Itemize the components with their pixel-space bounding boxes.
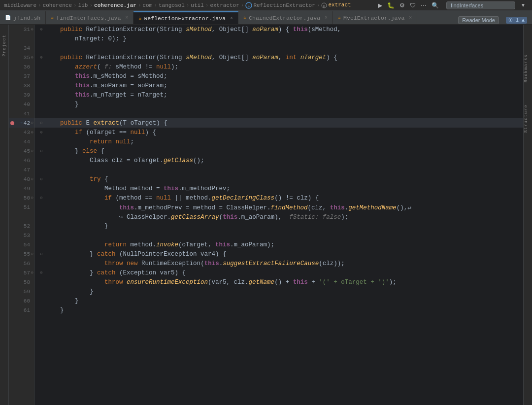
- find-dropdown[interactable]: ▼: [518, 1, 528, 9]
- coverage-button[interactable]: 🛡: [407, 1, 418, 10]
- line-number: 44: [9, 137, 34, 146]
- code-line: this.m_methodPrev = method = ClassHelper…: [34, 202, 523, 212]
- fold-icon[interactable]: ⊖: [31, 176, 33, 182]
- tab-ReflectionExtractor[interactable]: ☕ ReflectionExtractor.java ×: [133, 11, 238, 24]
- line-number: 55⊖: [9, 249, 34, 259]
- search-button[interactable]: 🔍: [429, 1, 441, 10]
- line-text: public ReflectionExtractor(String sMetho…: [45, 54, 337, 61]
- code-editor[interactable]: ⊖ public ReflectionExtractor(String sMet…: [34, 25, 523, 405]
- line-text: nTarget: 0); }: [45, 35, 127, 42]
- code-fold-icon[interactable]: ⊖: [40, 55, 42, 60]
- code-fold-icon[interactable]: ⊖: [40, 148, 42, 154]
- line-number: 53: [9, 231, 34, 240]
- more-button[interactable]: ⋯: [418, 1, 429, 10]
- code-fold-icon[interactable]: ⊖: [40, 251, 42, 257]
- line-number: 38: [9, 81, 34, 90]
- code-fold-icon[interactable]: ⊖: [40, 270, 42, 275]
- breadcrumb-sep: ›: [73, 2, 77, 8]
- code-fold-icon[interactable]: ⊖: [40, 195, 42, 201]
- breakpoint-indicator[interactable]: [10, 121, 14, 125]
- fold-gutter: ⊖: [37, 251, 45, 257]
- line-text: } catch (NullPointerException var4) {: [45, 251, 227, 258]
- side-panel-left: Project: [0, 25, 9, 405]
- tab-close-findInterfaces[interactable]: ×: [125, 15, 128, 21]
- bookmarks-label[interactable]: Bookmarks: [524, 54, 529, 83]
- line-number: 52: [9, 221, 34, 231]
- code-line: throw new RuntimeException(this.suggestE…: [34, 259, 523, 268]
- line-number: 43⊖: [9, 128, 34, 137]
- fold-icon[interactable]: ⊖: [31, 130, 33, 135]
- breadcrumb-item[interactable]: mextract: [321, 2, 351, 8]
- code-line: ⊖ } catch (Exception var5) {: [34, 268, 523, 277]
- debug-button[interactable]: 🐛: [385, 1, 397, 10]
- code-line: ⊖ public E extract(T oTarget) {: [34, 118, 523, 128]
- reader-mode-button[interactable]: Reader Mode: [458, 16, 499, 24]
- code-fold-icon[interactable]: ⊖: [40, 176, 42, 182]
- line-number: 61: [9, 305, 34, 315]
- notification-badge: ① 1 ▲: [506, 17, 527, 24]
- tab-ChainedExtractor[interactable]: ☕ ChainedExtractor.java ×: [238, 11, 333, 24]
- fold-gutter: ⊖: [37, 270, 45, 275]
- tab-MvelExtractor[interactable]: ☕ MvelExtractor.java ×: [333, 11, 417, 24]
- tab-close-ReflectionExtractor[interactable]: ×: [230, 16, 233, 21]
- execution-point-icon: →: [20, 120, 23, 126]
- breadcrumb-item[interactable]: tangosol: [159, 2, 185, 8]
- breadcrumb-item[interactable]: ☕ReflectionExtractor: [245, 2, 315, 9]
- tab-close-MvelExtractor[interactable]: ×: [409, 15, 412, 21]
- breadcrumb-item[interactable]: util: [191, 2, 203, 8]
- breadcrumb-item[interactable]: coherence: [43, 2, 72, 8]
- breadcrumb-item[interactable]: middleware: [4, 2, 36, 8]
- code-line: [34, 165, 523, 174]
- line-number: 48⊖: [9, 174, 34, 184]
- fold-gutter: ⊖: [37, 27, 45, 32]
- fold-icon[interactable]: ⊖: [31, 120, 33, 126]
- breadcrumb-item[interactable]: lib: [78, 2, 88, 8]
- code-fold-icon[interactable]: ⊖: [40, 120, 42, 126]
- line-number: 49: [9, 184, 34, 193]
- line-number: 59: [9, 287, 34, 296]
- code-fold-icon[interactable]: ⊖: [40, 27, 42, 32]
- breadcrumb-item[interactable]: com: [143, 2, 153, 8]
- fold-icon[interactable]: ⊖: [31, 27, 33, 32]
- line-number: 45⊖: [9, 146, 34, 156]
- code-line: }: [34, 296, 523, 305]
- run-button[interactable]: ▶: [375, 1, 385, 10]
- line-number: 40: [9, 100, 34, 109]
- breadcrumb-item[interactable]: extractor: [210, 2, 239, 8]
- code-line: throw ensureRuntimeException(var5, clz.g…: [34, 277, 523, 287]
- code-line: [34, 231, 523, 240]
- line-text: if (method == null || method.getDeclarin…: [45, 195, 319, 202]
- svg-text:m: m: [323, 3, 326, 8]
- code-line: ⊖ try {: [34, 174, 523, 184]
- code-fold-icon[interactable]: ⊖: [40, 130, 42, 135]
- code-line: this.m_nTarget = nTarget;: [34, 90, 523, 100]
- fold-icon[interactable]: ⊖: [31, 55, 33, 60]
- line-text: Method method = this.m_methodPrev;: [45, 185, 230, 192]
- fold-icon[interactable]: ⊖: [31, 195, 33, 201]
- fold-icon[interactable]: ⊖: [31, 251, 33, 257]
- line-text: public ReflectionExtractor(String sMetho…: [45, 26, 341, 33]
- line-number-gutter: 31⊖3435⊖363738394041→42⊖43⊖4445⊖464748⊖4…: [9, 25, 34, 405]
- code-line: ⊖ if (oTarget == null) {: [34, 128, 523, 137]
- profile-button[interactable]: ⚙: [397, 1, 407, 10]
- tab-icon-jfind: 📄: [5, 15, 11, 21]
- code-line: }: [34, 305, 523, 315]
- line-text: Class clz = oTarget.getClass();: [45, 157, 204, 164]
- tab-close-ChainedExtractor[interactable]: ×: [325, 15, 328, 21]
- project-label[interactable]: Project: [2, 34, 7, 57]
- breadcrumb-item-bold[interactable]: coherence.jar: [94, 2, 136, 8]
- breadcrumb-sep: ›: [138, 2, 141, 8]
- line-text: this.m_nTarget = nTarget;: [45, 92, 167, 99]
- line-number: 56: [9, 259, 34, 268]
- line-number: 51: [9, 202, 34, 212]
- breadcrumb-sep: ›: [154, 2, 157, 8]
- structure-label[interactable]: Structure: [524, 104, 529, 133]
- fold-icon[interactable]: ⊖: [31, 270, 33, 275]
- fold-gutter: ⊖: [37, 120, 45, 126]
- editor-container: Project 31⊖3435⊖363738394041→42⊖43⊖4445⊖…: [0, 25, 532, 405]
- fold-icon[interactable]: ⊖: [31, 148, 33, 154]
- tab-findInterfaces[interactable]: ☕ findInterfaces.java ×: [46, 11, 133, 24]
- line-text: throw new RuntimeException(this.suggestE…: [45, 260, 345, 267]
- tab-jfind[interactable]: 📄 jfind.sh: [0, 11, 46, 24]
- find-input[interactable]: [446, 1, 515, 9]
